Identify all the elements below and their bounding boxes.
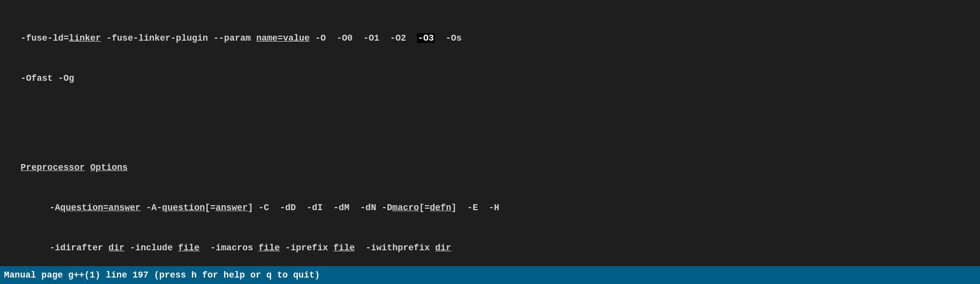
macro-link-1: macro (392, 203, 419, 213)
linker-link: linker (69, 33, 101, 43)
preprocessor-section-header: Preprocessor Options (10, 161, 970, 174)
blank-line-1 (10, 112, 970, 125)
question-link: question (162, 203, 205, 213)
name-value-link: name=value (256, 33, 310, 43)
question-answer-link: question=answer (60, 203, 141, 213)
preprocessor-line2: -idirafter dir -include file -imacros fi… (10, 241, 970, 255)
status-bar: Manual page g++(1) line 197 (press h for… (0, 266, 980, 284)
dir-link-1: dir (109, 243, 124, 253)
file-link-1: file (178, 243, 199, 253)
preprocessor-label: Preprocessor (21, 163, 85, 172)
defn-link: defn (430, 203, 451, 213)
line-fuse: -fuse-ld=linker -fuse-linker-plugin --pa… (10, 32, 970, 45)
dir-link-2: dir (435, 243, 451, 253)
preprocessor-line1: -Aquestion=answer -A-question[=answer] -… (10, 201, 970, 215)
terminal-content: -fuse-ld=linker -fuse-linker-plugin --pa… (0, 0, 980, 266)
file-link-2: file (258, 243, 280, 253)
status-bar-text: Manual page g++(1) line 197 (press h for… (4, 269, 320, 282)
line-ofast: -Ofast -Og (10, 72, 970, 85)
file-link-3: file (334, 243, 355, 253)
answer-link: answer (216, 203, 248, 213)
o3-highlight: -O3 (417, 33, 435, 43)
options-label: Options (90, 163, 128, 172)
